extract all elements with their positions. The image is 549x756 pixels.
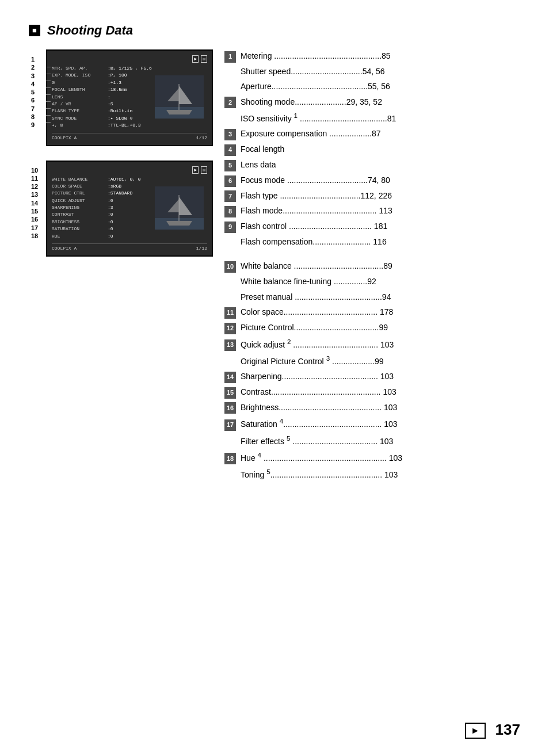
item-13-line-2: Original Picture Control 3 .............… <box>224 353 520 368</box>
item-group-6: 6 Focus mode ...........................… <box>224 174 520 187</box>
screen1-wrapper: 1 2 3 4 5 6 7 8 9 <box>46 49 207 146</box>
camera-screen-2: ► ✉ WHITE BALANCE COLOR SPACE PICTURE CT… <box>46 161 213 257</box>
screen1-page: 1/12 <box>196 135 207 140</box>
badge-6: 6 <box>224 175 236 187</box>
item-2-line-1: Shooting mode.......................29, … <box>241 96 520 108</box>
item-group-8: 8 Flash mode............................… <box>224 204 520 217</box>
title-icon: ■ <box>29 25 40 36</box>
page-title: ■ Shooting Data <box>29 23 520 38</box>
item-group-1: 1 Metering .............................… <box>224 49 520 93</box>
badge-9: 9 <box>224 222 236 233</box>
item-10-line-1: White balance ..........................… <box>241 259 520 272</box>
badge-18: 18 <box>224 453 236 464</box>
screen1-labels: MTR, SPD, AP. EXP. MODE, ISO ⊠ FOCAL LEN… <box>52 65 106 129</box>
badge-14: 14 <box>224 372 236 383</box>
item-group-12: 12 Picture Control......................… <box>224 321 520 334</box>
camera-screen-1: ► ✉ MTR, SPD, AP. EXP. MODE, ISO ⊠ FOCAL… <box>46 49 213 146</box>
num11: 11 <box>31 174 38 182</box>
item-1-line-1: Metering ...............................… <box>241 49 520 62</box>
page: ■ Shooting Data 1 2 3 4 5 6 7 8 9 <box>0 0 549 756</box>
num1: 1 <box>31 55 35 63</box>
badge-17: 17 <box>224 419 236 431</box>
num12: 12 <box>31 182 38 190</box>
screen2-labels: WHITE BALANCE COLOR SPACE PICTURE CTRL Q… <box>52 176 106 240</box>
badge-11: 11 <box>224 307 236 319</box>
item-13-line-1: Quick adjust 2 .........................… <box>241 337 520 351</box>
num17: 17 <box>31 224 38 232</box>
left-column: 1 2 3 4 5 6 7 8 9 <box>29 49 207 483</box>
item-9-line-1: Flash control ..........................… <box>241 220 520 232</box>
item-group-18: 18 Hue 4 ...............................… <box>224 450 520 482</box>
item-1-line-2: Shutter speed...........................… <box>224 65 520 78</box>
num6: 6 <box>31 96 35 104</box>
num10: 10 <box>31 166 38 174</box>
item-18-line-1: Hue 4 ..................................… <box>241 450 520 464</box>
screen1-sailboat <box>155 75 204 119</box>
badge-4: 4 <box>224 144 236 156</box>
item-5-line-1: Lens data <box>241 158 520 171</box>
item-group-5: 5 Lens data <box>224 158 520 171</box>
item-1-line-3: Aperture................................… <box>224 80 520 93</box>
item-10-line-3: Preset manual ..........................… <box>224 291 520 303</box>
screen2-wrapper: 10 11 12 13 14 15 16 17 18 ► ✉ <box>46 161 207 257</box>
badge-16: 16 <box>224 402 236 414</box>
num7: 7 <box>31 105 35 113</box>
item-8-line-1: Flash mode..............................… <box>241 204 520 217</box>
badge-5: 5 <box>224 160 236 171</box>
item-group-3: 3 Exposure compensation ................… <box>224 127 520 140</box>
item-11-line-1: Color space.............................… <box>241 306 520 318</box>
screen1-icon2: ✉ <box>201 55 207 63</box>
item-group-13: 13 Quick adjust 2 ......................… <box>224 337 520 368</box>
nav-arrow-icon: ► <box>471 726 480 736</box>
item-group-7: 7 Flash type ...........................… <box>224 189 520 203</box>
screen1-model: COOLPIX A <box>52 135 77 140</box>
num2: 2 <box>31 63 35 71</box>
nav-arrow[interactable]: ► <box>465 723 486 739</box>
num4: 4 <box>31 80 35 88</box>
num9: 9 <box>31 121 35 129</box>
badge-1: 1 <box>224 51 236 63</box>
badge-2: 2 <box>224 97 236 108</box>
item-12-line-1: Picture Control.........................… <box>241 321 520 334</box>
screen2-numbers: 10 11 12 13 14 15 16 17 18 <box>31 166 38 240</box>
item-10-line-2: White balance fine-tuning ..............… <box>224 275 520 288</box>
content-area: 1 2 3 4 5 6 7 8 9 <box>29 49 520 483</box>
screen2-footer: COOLPIX A 1/12 <box>52 243 207 251</box>
badge-8: 8 <box>224 206 236 217</box>
item-18-line-2: Toning 5................................… <box>224 467 520 481</box>
num8: 8 <box>31 113 35 121</box>
num3: 3 <box>31 72 35 80</box>
num18: 18 <box>31 232 38 240</box>
item-6-line-1: Focus mode .............................… <box>241 174 520 186</box>
item-group-16: 16 Brightness...........................… <box>224 401 520 414</box>
item-group-10: 10 White balance .......................… <box>224 259 520 303</box>
item-17-line-2: Filter effects 5 .......................… <box>224 433 520 448</box>
title-text: Shooting Data <box>47 23 133 38</box>
item-15-line-1: Contrast................................… <box>241 385 520 398</box>
item-group-11: 11 Color space..........................… <box>224 306 520 319</box>
badge-7: 7 <box>224 190 236 202</box>
screen2-icon2: ✉ <box>201 166 207 174</box>
item-group-9: 9 Flash control ........................… <box>224 220 520 248</box>
item-17-line-1: Saturation 4............................… <box>241 416 520 430</box>
screen1-numbers: 1 2 3 4 5 6 7 8 9 <box>31 55 35 129</box>
item-9-line-2: Flash compensation......................… <box>224 235 520 248</box>
right-column: 1 Metering .............................… <box>224 49 520 483</box>
item-16-line-1: Brightness..............................… <box>241 401 520 414</box>
screen2-model: COOLPIX A <box>52 246 77 251</box>
badge-10: 10 <box>224 261 236 273</box>
num16: 16 <box>31 215 38 223</box>
badge-12: 12 <box>224 323 236 334</box>
screen2-sailboat <box>155 186 204 230</box>
item-2-line-2: ISO sensitivity 1 ......................… <box>224 110 520 125</box>
screen2-page: 1/12 <box>196 246 207 251</box>
section-10-18: 10 White balance .......................… <box>224 259 520 481</box>
num13: 13 <box>31 190 38 198</box>
item-group-2: 2 Shooting mode.......................29… <box>224 96 520 125</box>
item-4-line-1: Focal length <box>241 143 520 155</box>
item-group-17: 17 Saturation 4.........................… <box>224 416 520 448</box>
item-group-15: 15 Contrast.............................… <box>224 385 520 399</box>
num5: 5 <box>31 88 35 96</box>
item-7-line-1: Flash type .............................… <box>241 189 520 202</box>
item-3-line-1: Exposure compensation ..................… <box>241 127 520 140</box>
